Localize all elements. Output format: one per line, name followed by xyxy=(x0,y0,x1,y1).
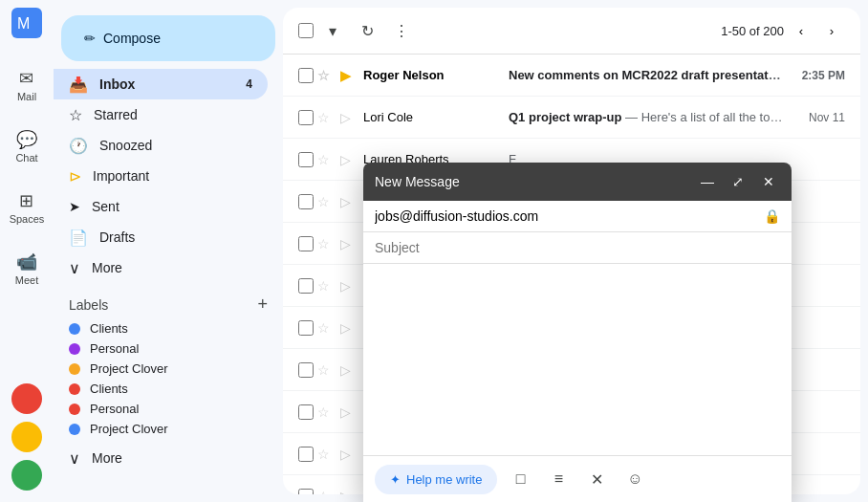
compose-icon: ✏ xyxy=(84,31,96,46)
important-icon[interactable]: ▷ xyxy=(340,110,359,125)
compose-minimize-btn[interactable]: — xyxy=(696,170,719,193)
sidebar-item-starred[interactable]: ☆ Starred xyxy=(54,99,268,130)
compose-emoji-btn[interactable]: ☺ xyxy=(619,464,650,494)
more-options-btn[interactable]: ⋮ xyxy=(386,15,417,46)
avatar-1[interactable] xyxy=(11,383,42,414)
chevron-right-icon: › xyxy=(830,24,834,38)
left-nav-meet-label: Meet xyxy=(15,274,38,286)
inbox-icon: 📥 xyxy=(69,76,88,94)
label-name-personal-1: Personal xyxy=(90,341,139,356)
label-dot-personal-1 xyxy=(69,343,80,355)
star-icon[interactable]: ☆ xyxy=(317,152,336,167)
compose-header-actions: — ⤢ ✕ xyxy=(696,170,780,193)
compose-align-btn[interactable]: ≡ xyxy=(543,464,574,494)
important-icon[interactable]: ▷ xyxy=(340,194,359,209)
left-nav-meet[interactable]: 📹 Meet xyxy=(8,248,46,290)
email-checkbox[interactable] xyxy=(298,236,314,251)
select-all-checkbox[interactable] xyxy=(298,23,314,38)
email-checkbox[interactable] xyxy=(298,404,314,420)
email-checkbox[interactable] xyxy=(298,447,314,462)
star-icon[interactable]: ☆ xyxy=(317,236,336,251)
important-icon[interactable]: ▶ xyxy=(340,68,359,83)
label-personal-2[interactable]: Personal xyxy=(69,399,268,419)
select-dropdown-btn[interactable]: ▾ xyxy=(317,15,348,46)
email-checkbox[interactable] xyxy=(298,194,314,209)
email-row[interactable]: ☆ ▶ Roger Nelson New comments on MCR2022… xyxy=(283,55,860,97)
star-icon[interactable]: ☆ xyxy=(317,278,336,294)
compose-body-area[interactable] xyxy=(363,264,792,455)
important-icon[interactable]: ▷ xyxy=(340,447,359,462)
label-name-project-clover-2: Project Clover xyxy=(90,422,168,436)
email-checkbox[interactable] xyxy=(298,489,314,495)
star-icon[interactable]: ☆ xyxy=(317,447,336,462)
email-checkbox[interactable] xyxy=(298,278,314,294)
important-icon[interactable]: ▷ xyxy=(340,152,359,167)
sidebar-item-important[interactable]: ⊳ Important xyxy=(54,161,268,191)
left-nav-spaces[interactable]: ⊞ Spaces xyxy=(2,186,53,229)
important-icon[interactable]: ▷ xyxy=(340,278,359,294)
close-icon: ✕ xyxy=(763,174,774,189)
compose-subject-field xyxy=(363,232,792,264)
label-project-clover-2[interactable]: Project Clover xyxy=(69,419,268,439)
important-icon[interactable]: ▷ xyxy=(340,362,359,378)
sidebar: ✏ Compose 📥 Inbox 4 ☆ Starred 🕐 Snoozed … xyxy=(54,0,283,502)
avatar-2[interactable] xyxy=(11,422,42,452)
star-icon[interactable]: ☆ xyxy=(317,362,336,378)
email-checkbox[interactable] xyxy=(298,152,314,167)
compose-modal-header: New Message — ⤢ ✕ xyxy=(363,163,792,201)
important-icon[interactable]: ▷ xyxy=(340,489,359,495)
sidebar-item-inbox[interactable]: 📥 Inbox 4 xyxy=(54,69,268,99)
sidebar-item-snoozed[interactable]: 🕐 Snoozed xyxy=(54,130,268,161)
important-icon[interactable]: ▷ xyxy=(340,236,359,251)
label-name-project-clover-1: Project Clover xyxy=(90,361,168,376)
minimize-icon: — xyxy=(701,174,714,189)
star-icon[interactable]: ☆ xyxy=(317,68,336,83)
label-personal-1[interactable]: Personal xyxy=(69,338,268,359)
format-icon: □ xyxy=(516,470,526,488)
compose-format-btn[interactable]: □ xyxy=(505,464,535,494)
sidebar-inbox-label: Inbox xyxy=(99,76,135,92)
compose-maximize-btn[interactable]: ⤢ xyxy=(727,170,749,193)
add-label-icon[interactable]: + xyxy=(257,295,268,315)
labels-header: Labels + xyxy=(69,291,268,318)
label-dot-project-clover-2 xyxy=(69,424,80,435)
compose-subject-input[interactable] xyxy=(375,236,780,259)
important-icon[interactable]: ▷ xyxy=(340,404,359,420)
left-nav-chat[interactable]: 💬 Chat xyxy=(8,125,45,167)
labels-title: Labels xyxy=(69,297,108,313)
sidebar-item-sent[interactable]: ➤ Sent xyxy=(54,191,268,222)
meet-icon: 📹 xyxy=(16,251,37,273)
sidebar-labels-more[interactable]: ∨ More xyxy=(54,443,252,473)
compose-close-btn[interactable]: ✕ xyxy=(757,170,780,193)
email-row[interactable]: ☆ ▷ Lori Cole Q1 project wrap-up — Here'… xyxy=(283,97,860,139)
compose-button[interactable]: ✏ Compose xyxy=(61,15,275,61)
label-project-clover-1[interactable]: Project Clover xyxy=(69,359,268,379)
compose-delete-btn[interactable]: ✕ xyxy=(581,464,612,494)
email-checkbox[interactable] xyxy=(298,362,314,378)
sidebar-nav: 📥 Inbox 4 ☆ Starred 🕐 Snoozed ⊳ Importan… xyxy=(54,69,283,283)
star-icon[interactable]: ☆ xyxy=(317,489,336,495)
email-checkbox[interactable] xyxy=(298,110,314,125)
prev-page-btn[interactable]: ‹ xyxy=(788,17,814,44)
refresh-btn[interactable]: ↻ xyxy=(352,15,382,46)
label-clients-2[interactable]: Clients xyxy=(69,379,268,399)
email-time: Nov 11 xyxy=(788,111,845,124)
star-icon[interactable]: ☆ xyxy=(317,110,336,125)
label-clients-1[interactable]: Clients xyxy=(69,318,268,338)
star-icon[interactable]: ☆ xyxy=(317,320,336,336)
email-checkbox[interactable] xyxy=(298,68,314,83)
sidebar-item-more[interactable]: ∨ More xyxy=(54,252,268,283)
next-page-btn[interactable]: › xyxy=(818,17,845,44)
avatar-3[interactable] xyxy=(11,460,42,491)
label-dot-personal-2 xyxy=(69,404,80,415)
compose-to-input[interactable] xyxy=(375,205,764,228)
star-icon[interactable]: ☆ xyxy=(317,194,336,209)
star-icon[interactable]: ☆ xyxy=(317,404,336,420)
email-checkbox[interactable] xyxy=(298,320,314,336)
sidebar-important-label: Important xyxy=(93,168,149,184)
help-me-write-btn[interactable]: ✦ Help me write xyxy=(375,465,497,494)
important-icon[interactable]: ▷ xyxy=(340,320,359,336)
label-name-personal-2: Personal xyxy=(90,402,139,416)
sidebar-item-drafts[interactable]: 📄 Drafts xyxy=(54,222,268,252)
left-nav-mail[interactable]: ✉ Mail xyxy=(10,64,44,106)
